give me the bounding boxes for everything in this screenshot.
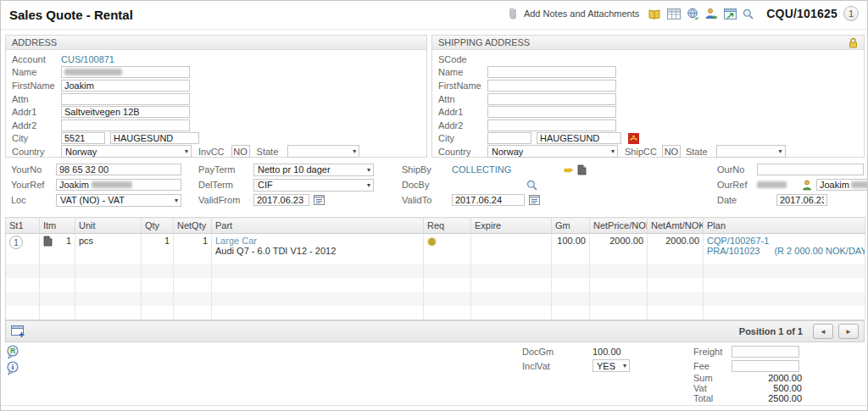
shipcc-label: ShipCC	[625, 147, 657, 157]
col-req[interactable]: Req	[424, 218, 471, 234]
vat-value: 500.00	[732, 383, 804, 393]
add-notes-attachments-link[interactable]: Add Notes and Attachments	[524, 8, 639, 19]
col-part[interactable]: Part	[212, 218, 424, 234]
info-bubble-icon[interactable]: i	[6, 361, 19, 375]
firstname-input[interactable]	[61, 80, 190, 92]
inclvat-select[interactable]: YES ▾	[593, 359, 630, 372]
configuration-icon[interactable]: ✺	[427, 236, 437, 248]
addr2-input[interactable]	[61, 119, 190, 131]
fee-input[interactable]	[732, 360, 799, 372]
col-expire[interactable]: Expire	[471, 218, 552, 234]
ship-name-label: Name	[438, 67, 487, 77]
chevron-down-icon: ▾	[611, 147, 615, 155]
docby-search-icon[interactable]	[526, 180, 537, 191]
forward-arrow-icon[interactable]: ➨	[564, 163, 574, 176]
ship-addr1-input[interactable]	[487, 106, 616, 118]
redacted-text	[757, 181, 787, 188]
ship-zip-input[interactable]	[487, 132, 531, 144]
search-icon[interactable]	[743, 8, 754, 19]
shipcc-field[interactable]: NO	[662, 145, 681, 158]
spreadsheet-icon[interactable]	[667, 8, 681, 19]
ship-firstname-input[interactable]	[487, 80, 616, 92]
col-st1[interactable]: St1	[6, 218, 40, 234]
name-label: Name	[12, 67, 61, 77]
ourno-input[interactable]	[757, 164, 864, 175]
yourref-label: YourRef	[11, 180, 56, 190]
freight-input[interactable]	[732, 346, 799, 358]
user-icon[interactable]	[802, 180, 812, 191]
address-section-title: ADDRESS	[12, 36, 57, 49]
ourref-label: OurRef	[717, 180, 757, 190]
state-label: State	[257, 147, 279, 157]
yourref-input[interactable]: Joakim	[56, 179, 181, 191]
col-gm[interactable]: Gm	[552, 218, 590, 234]
col-unit[interactable]: Unit	[75, 218, 142, 234]
country-select[interactable]: Norway ▾	[61, 145, 192, 158]
details-terms-group: PayTerm Netto pr 10 dager ▾ DelTerm CIF …	[198, 162, 374, 208]
addr1-input[interactable]	[61, 106, 190, 118]
state-select[interactable]: ▾	[287, 145, 359, 158]
count-badge[interactable]: 1	[843, 6, 859, 21]
part-link[interactable]: Large Car	[215, 236, 257, 246]
col-itm[interactable]: Itm	[40, 218, 75, 234]
next-page-button[interactable]: ►	[838, 324, 859, 339]
invcc-label: InvCC	[198, 147, 225, 157]
prev-arrow-icon: ◄	[820, 328, 826, 336]
shipping-section-title: SHIPPING ADDRESS	[438, 36, 530, 49]
totals-group: Freight Fee Sum 2000.00 Vat 500.00 Total…	[693, 344, 804, 403]
shipby-label: ShipBy	[402, 164, 452, 175]
details-left-group: YourNo YourRef Joakim Loc VAT (NO) - VAT…	[11, 162, 181, 208]
col-netprice[interactable]: NetPrice/NOK	[590, 218, 648, 234]
validto-label: ValidTo	[402, 195, 452, 205]
delterm-select[interactable]: CIF ▾	[253, 179, 374, 192]
postal-icon[interactable]	[628, 133, 639, 144]
add-row-icon[interactable]	[11, 325, 25, 338]
col-qty[interactable]: Qty	[142, 218, 174, 234]
notes-icon[interactable]	[648, 8, 661, 19]
open-window-icon[interactable]	[724, 8, 737, 19]
empty-table-row[interactable]	[6, 278, 865, 292]
loc-select[interactable]: VAT (NO) - VAT ▾	[56, 194, 181, 207]
calendar-icon[interactable]	[529, 195, 540, 205]
shipby-link[interactable]: COLLECTING	[452, 164, 511, 175]
empty-table-row[interactable]	[6, 292, 865, 307]
attn-input[interactable]	[61, 93, 190, 105]
name-input[interactable]	[61, 66, 190, 78]
line-document-icon[interactable]	[43, 236, 53, 247]
rental-bubble-icon[interactable]: R	[6, 345, 19, 359]
city-input[interactable]	[110, 132, 199, 144]
header-divider	[1, 29, 868, 30]
add-user-icon[interactable]	[705, 8, 718, 19]
ship-city-input[interactable]	[537, 132, 621, 144]
col-netqty[interactable]: NetQty	[174, 218, 212, 234]
plan-pra-link[interactable]: PRA/101023	[707, 246, 760, 256]
date-input[interactable]	[776, 194, 827, 206]
zip-input[interactable]	[61, 132, 105, 144]
empty-table-row[interactable]	[6, 306, 865, 320]
invcc-field[interactable]: NO	[231, 145, 250, 158]
ourref-input[interactable]: Joakim	[816, 179, 868, 191]
col-netamt[interactable]: NetAmt/NOK	[648, 218, 704, 234]
ship-country-select[interactable]: Norway ▾	[487, 145, 618, 158]
globe-user-icon[interactable]	[687, 8, 699, 19]
validto-input[interactable]	[452, 194, 525, 206]
ship-state-select[interactable]: ▾	[716, 145, 786, 158]
ship-name-input[interactable]	[487, 66, 616, 78]
plan-quote-link[interactable]: CQP/100267-1	[707, 236, 769, 246]
ship-addr2-input[interactable]	[487, 119, 616, 131]
pager: Position 1 of 1 ◄ ►	[739, 324, 859, 339]
payterm-select[interactable]: Netto pr 10 dager ▾	[253, 164, 374, 176]
details-ship-group: ShipBy COLLECTING ➨ DocBy ValidTo	[402, 162, 587, 208]
validfrom-input[interactable]	[253, 194, 309, 206]
yourno-input[interactable]	[56, 164, 181, 175]
document-icon[interactable]	[577, 164, 587, 175]
prev-page-button[interactable]: ◄	[813, 324, 833, 339]
row-status-badge[interactable]: 1	[9, 236, 23, 249]
sum-label: Sum	[693, 373, 732, 383]
calendar-icon[interactable]	[314, 195, 325, 205]
col-plan[interactable]: Plan	[704, 218, 865, 234]
ship-attn-input[interactable]	[487, 93, 616, 105]
account-link[interactable]: CUS/100871	[61, 54, 114, 64]
empty-table-row[interactable]	[6, 264, 865, 279]
table-row[interactable]: 1 1 pcs 1 1 Large Car Audi Q7 - 6.0 TDI …	[6, 234, 865, 264]
